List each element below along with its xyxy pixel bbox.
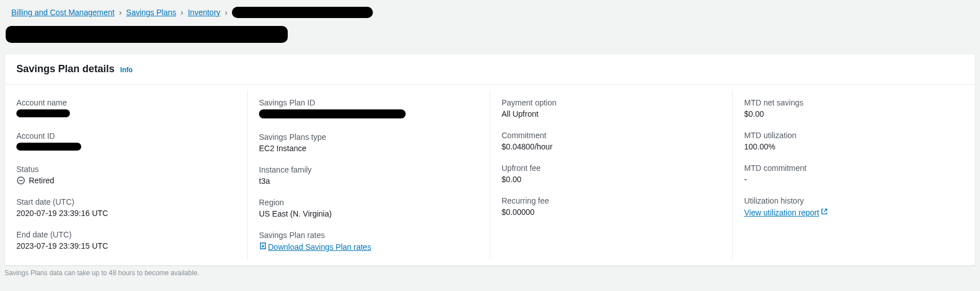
field-account-name: Account name [16, 98, 236, 119]
view-utilization-report-link[interactable]: View utilization report [744, 208, 828, 217]
chevron-right-icon: › [225, 8, 228, 17]
end-date-label: End date (UTC) [16, 230, 236, 239]
mtd-commitment-value: - [744, 175, 964, 184]
payment-option-label: Payment option [502, 98, 721, 107]
field-utilization-history: Utilization history View utilization rep… [744, 196, 964, 217]
savings-plan-details-panel: Savings Plan details Info Account name A… [5, 54, 975, 266]
instance-family-value: t3a [259, 177, 478, 186]
panel-title: Savings Plan details [16, 63, 115, 75]
download-icon [259, 242, 267, 252]
mtd-net-savings-value: $0.00 [744, 109, 964, 118]
field-mtd-commitment: MTD commitment - [744, 164, 964, 184]
mtd-utilization-value: 100.00% [744, 142, 964, 151]
download-sp-rates-link[interactable]: Download Savings Plan rates [259, 242, 371, 252]
breadcrumb-link-inventory[interactable]: Inventory [188, 8, 221, 17]
field-start-date: Start date (UTC) 2020-07-19 23:39:16 UTC [16, 197, 236, 218]
account-name-value-redacted [16, 109, 70, 117]
field-upfront-fee: Upfront fee $0.00 [502, 164, 721, 184]
start-date-value: 2020-07-19 23:39:16 UTC [16, 209, 236, 218]
end-date-value: 2023-07-19 23:39:15 UTC [16, 241, 236, 250]
sp-type-label: Savings Plans type [259, 133, 478, 142]
details-col-2: Savings Plan ID Savings Plans type EC2 I… [247, 90, 490, 259]
field-end-date: End date (UTC) 2023-07-19 23:39:15 UTC [16, 230, 236, 250]
breadcrumb: Billing and Cost Management › Savings Pl… [0, 0, 980, 23]
field-status: Status Retired [16, 165, 236, 185]
field-sp-id: Savings Plan ID [259, 98, 478, 120]
instance-family-label: Instance family [259, 165, 478, 174]
chevron-right-icon: › [181, 8, 183, 17]
field-region: Region US East (N. Virginia) [259, 198, 478, 218]
field-mtd-net-savings: MTD net savings $0.00 [744, 98, 964, 118]
sp-type-value: EC2 Instance [259, 144, 478, 153]
commitment-value: $0.04800/hour [502, 142, 721, 151]
account-name-label: Account name [16, 98, 236, 107]
breadcrumb-current-redacted [232, 7, 373, 18]
payment-option-value: All Upfront [502, 109, 721, 118]
field-sp-type: Savings Plans type EC2 Instance [259, 133, 478, 153]
details-grid: Account name Account ID Status Retired [5, 85, 975, 265]
panel-header: Savings Plan details Info [5, 54, 975, 85]
field-recurring-fee: Recurring fee $0.00000 [502, 196, 721, 217]
details-col-1: Account name Account ID Status Retired [5, 90, 247, 259]
commitment-label: Commitment [502, 131, 721, 140]
field-sp-rates: Savings Plan rates Download Savings Plan… [259, 231, 478, 252]
recurring-fee-value: $0.00000 [502, 208, 721, 217]
chevron-right-icon: › [119, 8, 122, 17]
field-mtd-utilization: MTD utilization 100.00% [744, 131, 964, 151]
external-link-icon [820, 208, 828, 217]
recurring-fee-label: Recurring fee [502, 196, 721, 205]
field-instance-family: Instance family t3a [259, 165, 478, 186]
stopped-icon [16, 176, 25, 185]
upfront-fee-label: Upfront fee [502, 164, 721, 173]
mtd-utilization-label: MTD utilization [744, 131, 964, 140]
utilization-history-label: Utilization history [744, 196, 964, 205]
download-sp-rates-text: Download Savings Plan rates [268, 242, 371, 252]
mtd-commitment-label: MTD commitment [744, 164, 964, 173]
info-link[interactable]: Info [120, 66, 133, 74]
breadcrumb-link-billing[interactable]: Billing and Cost Management [11, 8, 115, 17]
details-col-4: MTD net savings $0.00 MTD utilization 10… [732, 90, 975, 259]
mtd-net-savings-label: MTD net savings [744, 98, 964, 107]
status-value: Retired [29, 176, 54, 185]
details-col-3: Payment option All Upfront Commitment $0… [490, 90, 732, 259]
account-id-value-redacted [16, 143, 81, 151]
start-date-label: Start date (UTC) [16, 197, 236, 206]
page-title-row [0, 23, 980, 54]
sp-id-label: Savings Plan ID [259, 98, 478, 107]
account-id-label: Account ID [16, 131, 236, 140]
status-label: Status [16, 165, 236, 174]
field-payment-option: Payment option All Upfront [502, 98, 721, 118]
region-label: Region [259, 198, 478, 207]
field-account-id: Account ID [16, 131, 236, 152]
view-utilization-report-text: View utilization report [744, 208, 819, 217]
field-commitment: Commitment $0.04800/hour [502, 131, 721, 151]
breadcrumb-link-savings-plans[interactable]: Savings Plans [126, 8, 177, 17]
region-value: US East (N. Virginia) [259, 209, 478, 218]
sp-id-value-redacted [259, 109, 406, 118]
footer-note: Savings Plans data can take up to 48 hou… [0, 268, 980, 281]
upfront-fee-value: $0.00 [502, 175, 721, 184]
sp-rates-label: Savings Plan rates [259, 231, 478, 240]
page-title-redacted [6, 26, 288, 43]
